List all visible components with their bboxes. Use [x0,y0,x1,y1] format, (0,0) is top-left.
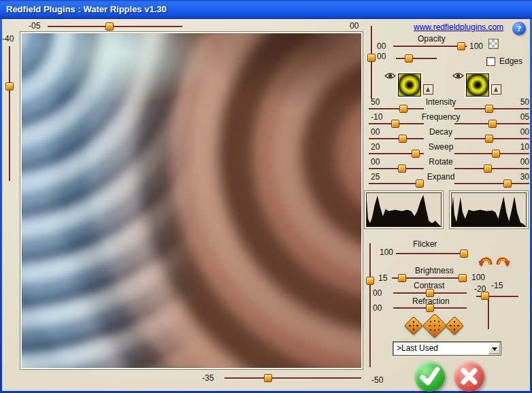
frequency-left-slider[interactable] [369,123,424,124]
brightness-left-value: 15 [378,273,387,283]
slider-thumb[interactable] [503,180,512,188]
param-name: Sweep [393,142,488,152]
flicker-slider[interactable] [396,253,468,254]
refraction-slider-thumb[interactable] [426,304,434,312]
rotate-right-slider[interactable] [454,168,529,169]
triangle-up-icon[interactable] [423,84,433,95]
dropdown-arrow-icon[interactable] [488,343,500,354]
triangle-up-icon[interactable] [491,84,501,95]
preset-dropdown-value: >Last Used [397,343,438,353]
secondary-slider[interactable] [396,58,437,59]
param-name: Rotate [393,157,488,167]
slider-thumb[interactable] [416,180,424,188]
checkmark-icon [414,361,445,392]
center2-y-label: -50 [371,375,383,385]
sweep-right-slider[interactable] [454,153,529,154]
center1-y-slider-thumb[interactable] [5,82,14,90]
param-left-value: -10 [371,112,382,122]
waveform-graph-right [450,191,528,228]
frequency-right-slider[interactable] [454,123,529,124]
param-right-value: 00 [510,127,529,137]
center1-y-slider[interactable] [9,46,10,181]
help-icon[interactable]: ? [512,22,526,35]
ok-button[interactable] [414,361,445,392]
panel-top-vertical-slider-thumb[interactable] [367,54,376,62]
expand-right-slider[interactable] [454,183,529,184]
redo-icon[interactable] [495,254,510,267]
secondary-slider-thumb[interactable] [405,54,413,63]
flicker-value: 100 [380,247,393,257]
opacity-max-label: 100 [469,41,483,51]
flicker-slider-thumb[interactable] [460,250,468,258]
website-link[interactable]: www.redfieldplugins.com [414,22,503,32]
decay-right-slider[interactable] [454,138,529,139]
eye-icon[interactable] [452,72,464,80]
param-right-value: 05 [510,112,529,122]
param-right-value: 00 [510,157,529,167]
opacity-label: Opacity [418,34,446,44]
center2-x-slider-thumb[interactable] [264,374,272,382]
edges-label: Edges [499,56,522,66]
center2-y-slider-thumb[interactable] [366,277,374,285]
close-icon [454,361,484,392]
ripple-pattern-thumbnail[interactable] [398,73,421,97]
preset-dropdown[interactable]: >Last Used [393,341,501,356]
ripple-pattern-thumbnail[interactable] [466,73,489,97]
intensity-left-slider[interactable] [369,108,424,109]
param-name: Intensity [393,97,488,107]
param-name: Expand [393,172,488,182]
history-arrows [478,254,510,267]
center2-x-label: -35 [202,373,214,383]
window-title: Redfield Plugins : Water Ripples v1.30 [6,4,167,14]
expand-left-slider[interactable] [369,183,424,184]
center1-y-label: -40 [2,34,14,44]
center1-x-right-label: 00 [350,21,359,31]
xy-vertical-track[interactable] [488,297,489,329]
edges-checkbox[interactable] [486,57,495,66]
rotate-left-slider[interactable] [369,168,424,169]
preview-image[interactable] [20,32,363,369]
contrast-slider[interactable] [393,292,467,294]
param-left-value: 20 [371,142,380,152]
sweep-left-slider[interactable] [369,153,424,154]
param-left-value: 00 [371,157,380,167]
brightness-slider-thumb-high[interactable] [459,274,467,282]
center2-x-slider[interactable] [225,377,361,379]
decay-left-slider[interactable] [369,138,424,139]
opacity-slider[interactable] [393,46,467,47]
param-right-value: 50 [510,97,529,107]
center1-x-label: -05 [29,21,40,31]
brightness-slider[interactable] [392,277,467,279]
param-right-value: 10 [510,142,529,152]
transparency-checkerboard-icon[interactable] [488,39,499,49]
brightness-label: Brightness [415,266,454,275]
xy-thumb[interactable] [481,292,489,300]
xy-y-value: -15 [491,281,503,290]
param-left-value: 50 [371,97,380,107]
slider-thumb[interactable] [492,150,500,158]
contrast-value: 00 [373,288,382,298]
opacity-slider-thumb[interactable] [457,42,465,50]
refraction-value: 00 [373,303,382,313]
param-name: Decay [393,127,488,137]
param-left-value: 00 [371,127,380,137]
intensity-right-slider[interactable] [454,108,529,109]
secondary-slider-label: 00 [377,52,386,61]
center1-x-slider-thumb[interactable] [105,22,114,31]
slider-thumb[interactable] [488,120,497,128]
undo-icon[interactable] [478,254,493,267]
plugin-dialog: Redfield Plugins : Water Ripples v1.30 -… [0,0,532,393]
waveform-graph-left [365,191,443,228]
refraction-slider[interactable] [393,307,467,309]
eye-icon[interactable] [384,72,396,80]
title-bar[interactable]: Redfield Plugins : Water Ripples v1.30 [0,0,532,19]
brightness-right-value: 100 [471,273,485,282]
center1-x-slider[interactable] [48,26,182,27]
param-name: Frequency [393,112,488,122]
panel-top-vertical-slider[interactable] [371,26,372,99]
cancel-button[interactable] [454,361,484,392]
brightness-slider-thumb-low[interactable] [398,274,406,282]
flicker-label: Flicker [413,239,437,249]
param-left-value: 25 [371,172,380,182]
center2-y-slider[interactable] [369,243,371,367]
